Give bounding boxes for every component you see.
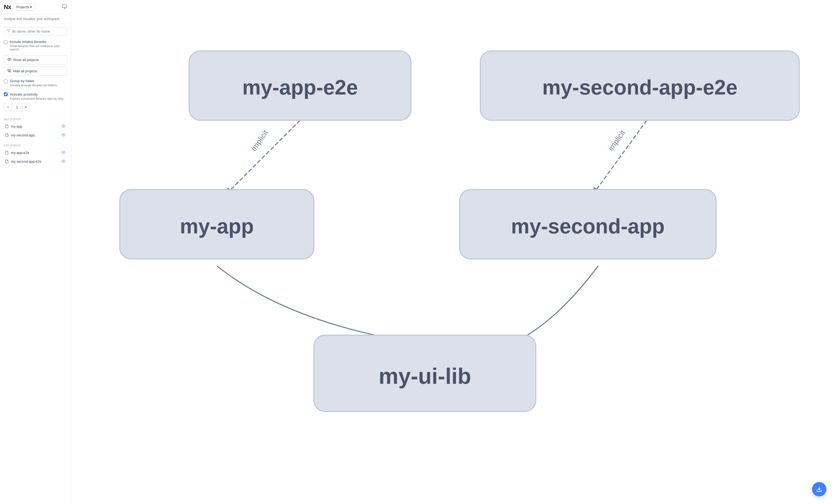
e2e-projects-section: e2e projects my-app-e2e my-second-app-e2… bbox=[0, 141, 71, 167]
app-project-item-my-second-app[interactable]: my-second-app bbox=[4, 131, 67, 140]
e2e-project-item-my-second-app-e2e[interactable]: my-second-app-e2e bbox=[4, 157, 67, 166]
node-label-my-ui-lib: my-ui-lib bbox=[379, 364, 471, 389]
download-button[interactable] bbox=[812, 482, 826, 496]
proximity-stepper: − 1 + bbox=[4, 103, 67, 111]
app-projects-label: app projects bbox=[4, 117, 67, 120]
node-label-my-second-app: my-second-app bbox=[511, 215, 665, 238]
include-related-checkbox[interactable] bbox=[4, 40, 7, 44]
dependency-graph: implicit implicit my-app-e2e my-second-a… bbox=[71, 0, 834, 504]
proximity-increment-button[interactable]: + bbox=[22, 103, 30, 111]
group-by-folder-sublabel: Visually arrange libraries by folders. bbox=[10, 84, 58, 87]
e2e-projects-label: e2e projects bbox=[4, 144, 67, 147]
sidebar-header: Nx Projects ▾ bbox=[0, 0, 71, 14]
projects-dropdown-button[interactable]: Projects ▾ bbox=[13, 3, 35, 11]
activate-proximity-section: Activate proximity Explore connected lib… bbox=[0, 91, 71, 114]
svg-point-4 bbox=[9, 59, 10, 60]
file-icon bbox=[5, 151, 9, 155]
toggle-visibility-my-second-app-e2e[interactable] bbox=[61, 159, 66, 165]
e2e-project-item-my-app-e2e[interactable]: my-app-e2e bbox=[4, 149, 67, 157]
svg-point-9 bbox=[63, 161, 64, 162]
group-by-folder-section: Group by folder Visually arrange librari… bbox=[0, 78, 71, 91]
svg-rect-0 bbox=[63, 5, 67, 8]
node-label-my-app: my-app bbox=[180, 215, 254, 238]
eye-closed-icon bbox=[7, 69, 11, 73]
project-name-my-second-app-e2e: my-second-app-e2e bbox=[11, 160, 59, 163]
search-input[interactable] bbox=[12, 29, 64, 34]
graph-canvas[interactable]: implicit implicit my-app-e2e my-second-a… bbox=[71, 0, 834, 504]
app-projects-section: app projects my-app my-second-app bbox=[0, 114, 71, 141]
nx-logo: Nx bbox=[4, 4, 11, 11]
proximity-value: 1 bbox=[12, 103, 22, 111]
edge-my-app-to-my-ui-lib bbox=[217, 266, 411, 342]
node-label-my-app-e2e: my-app-e2e bbox=[242, 75, 358, 99]
sidebar: Nx Projects ▾ Analyse and visualize your… bbox=[0, 0, 71, 504]
app-project-item-my-app[interactable]: my-app bbox=[4, 122, 67, 131]
show-all-projects-button[interactable]: Show all projects bbox=[4, 55, 67, 64]
filter-icon bbox=[7, 29, 10, 34]
include-related-label: Include related libraries bbox=[9, 40, 67, 44]
activate-proximity-label: Activate proximity bbox=[10, 92, 64, 96]
toggle-visibility-my-app-e2e[interactable] bbox=[61, 150, 66, 156]
project-name-my-app: my-app bbox=[11, 125, 59, 129]
activate-proximity-checkbox[interactable] bbox=[4, 92, 8, 96]
monitor-button[interactable] bbox=[62, 4, 67, 10]
file-icon bbox=[5, 124, 9, 129]
edge-label-implicit-1: implicit bbox=[249, 129, 270, 153]
proximity-decrement-button[interactable]: − bbox=[4, 103, 12, 111]
svg-marker-3 bbox=[7, 29, 10, 32]
hide-all-projects-button[interactable]: Hide all projects bbox=[4, 67, 67, 75]
group-by-folder-checkbox[interactable] bbox=[4, 80, 8, 83]
eye-open-icon bbox=[7, 58, 11, 62]
edge-my-second-app-to-my-ui-lib bbox=[515, 266, 598, 342]
include-related-section: Include related libraries Show libraries… bbox=[0, 39, 71, 55]
project-name-my-second-app: my-second-app bbox=[11, 133, 59, 137]
search-section bbox=[0, 24, 71, 39]
include-related-sublabel: Show libraries that are related to your … bbox=[9, 44, 67, 51]
chevron-down-icon: ▾ bbox=[30, 5, 32, 9]
activate-proximity-sublabel: Explore connected libraries step by step… bbox=[10, 97, 64, 100]
group-by-folder-label: Group by folder bbox=[10, 79, 58, 83]
svg-point-6 bbox=[63, 126, 64, 127]
node-label-my-second-app-e2e: my-second-app-e2e bbox=[542, 75, 738, 99]
file-icon bbox=[5, 133, 9, 138]
file-icon bbox=[5, 159, 9, 164]
project-name-my-app-e2e: my-app-e2e bbox=[11, 151, 59, 155]
svg-point-8 bbox=[63, 152, 64, 153]
edge-label-implicit-2: implicit bbox=[607, 129, 627, 153]
workspace-description: Analyse and visualize your workspace. bbox=[0, 14, 71, 24]
toggle-visibility-my-app[interactable] bbox=[61, 124, 66, 130]
search-input-wrap bbox=[4, 27, 67, 35]
svg-point-7 bbox=[63, 134, 64, 136]
toggle-visibility-my-second-app[interactable] bbox=[61, 132, 66, 138]
